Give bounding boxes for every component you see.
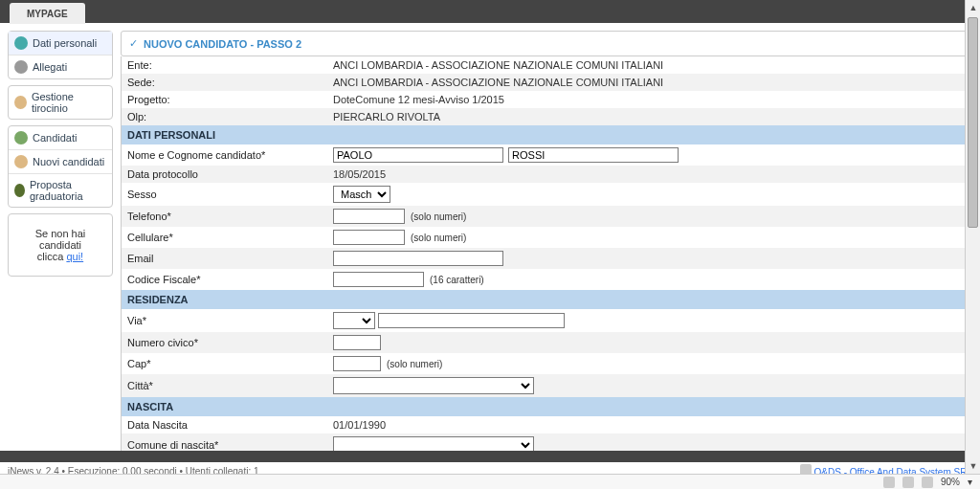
- value-progetto: DoteComune 12 mesi-Avviso 1/2015: [333, 94, 966, 105]
- sidebar-item-proposta-graduatoria[interactable]: Proposta graduatoria: [9, 174, 112, 207]
- chevron-down-icon[interactable]: ▾: [968, 477, 972, 487]
- hint-16car: (16 caratteri): [430, 275, 484, 285]
- title-text: NUOVO CANDIDATO - PASSO 2: [144, 38, 301, 50]
- label-citta: Città*: [127, 380, 333, 391]
- value-data-prot: 18/05/2015: [333, 168, 966, 180]
- label-data-prot: Data protocollo: [127, 168, 333, 180]
- check-icon: [129, 37, 138, 50]
- section-nascita: NASCITA: [122, 397, 971, 416]
- scroll-up-arrow[interactable]: ▲: [966, 0, 980, 15]
- hint-solo-numeri: (solo numeri): [387, 359, 442, 369]
- via-input[interactable]: [378, 313, 565, 328]
- scroll-down-arrow[interactable]: ▼: [966, 458, 980, 474]
- hint-solo-numeri: (solo numeri): [411, 233, 466, 243]
- nome-input[interactable]: [333, 147, 503, 163]
- user-plus-icon: [14, 155, 28, 168]
- section-residenza: RESIDENZA: [122, 290, 971, 309]
- value-data-nascita: 01/01/1990: [333, 419, 966, 431]
- label-sede: Sede:: [127, 77, 333, 88]
- label-ente: Ente:: [127, 59, 333, 71]
- sidebar-item-label: Candidati: [33, 132, 77, 144]
- label-cap: Cap*: [127, 358, 333, 369]
- sidebar-item-label: Gestione tirocinio: [32, 91, 106, 114]
- section-dati-personali: DATI PERSONALI: [122, 125, 971, 144]
- telefono-input[interactable]: [333, 209, 405, 224]
- value-olp: PIERCARLO RIVOLTA: [333, 111, 966, 122]
- cap-input[interactable]: [333, 356, 381, 371]
- label-sesso: Sesso: [127, 189, 333, 200]
- sidebar-item-label: Proposta graduatoria: [30, 179, 106, 202]
- sidebar-item-nuovi-candidati[interactable]: Nuovi candidati: [9, 150, 112, 174]
- sesso-select[interactable]: Maschio: [333, 186, 390, 203]
- user-icon: [14, 36, 28, 50]
- sidebar-item-gestione-tirocinio[interactable]: Gestione tirocinio: [9, 86, 112, 119]
- via-type-select[interactable]: [333, 312, 375, 329]
- value-ente: ANCI LOMBARDIA - ASSOCIAZIONE NAZIONALE …: [333, 59, 966, 71]
- label-via: Via*: [127, 315, 333, 326]
- help-text-2: clicca: [37, 251, 67, 262]
- help-link[interactable]: qui!: [66, 251, 83, 262]
- zoom-level[interactable]: 90%: [941, 477, 960, 487]
- chart-icon: [14, 184, 25, 197]
- browser-status-bar: 90% ▾: [0, 474, 980, 489]
- civico-input[interactable]: [333, 335, 381, 350]
- sidebar-item-label: Dati personali: [33, 37, 97, 49]
- tab-mypage[interactable]: MYPAGE: [10, 3, 85, 24]
- popup-icon: [902, 477, 914, 488]
- sidebar-item-label: Nuovi candidati: [33, 156, 104, 167]
- label-cellulare: Cellulare*: [127, 232, 333, 243]
- vertical-scrollbar[interactable]: ▲ ▼: [965, 0, 980, 474]
- citta-select[interactable]: [333, 377, 534, 394]
- sidebar-item-allegati[interactable]: Allegati: [9, 56, 112, 78]
- label-nome: Nome e Cognome candidato*: [127, 149, 333, 161]
- zone-icon: [922, 477, 933, 488]
- email-input[interactable]: [333, 251, 503, 266]
- cellulare-input[interactable]: [333, 230, 405, 245]
- label-civico: Numero civico*: [127, 337, 333, 348]
- label-telefono: Telefono*: [127, 211, 333, 222]
- label-cf: Codice Fiscale*: [127, 274, 333, 285]
- label-email: Email: [127, 253, 333, 264]
- scrollbar-thumb[interactable]: [968, 17, 978, 228]
- users-icon: [14, 96, 27, 109]
- cognome-input[interactable]: [508, 147, 679, 163]
- label-data-nascita: Data Nascita: [127, 419, 333, 431]
- help-box: Se non hai candidati clicca qui!: [8, 213, 113, 277]
- sidebar-item-dati-personali[interactable]: Dati personali: [9, 32, 112, 56]
- tab-strip: MYPAGE: [0, 0, 980, 23]
- paperclip-icon: [14, 60, 28, 74]
- page-title: NUOVO CANDIDATO - PASSO 2: [121, 31, 972, 56]
- sidebar-item-label: Allegati: [33, 61, 67, 73]
- users-icon: [14, 131, 28, 144]
- cf-input[interactable]: [333, 272, 424, 287]
- label-comune-nascita: Comune di nascita*: [127, 439, 333, 451]
- sidebar-item-candidati[interactable]: Candidati: [9, 126, 112, 150]
- help-text-1: Se non hai candidati: [35, 228, 86, 251]
- label-progetto: Progetto:: [127, 94, 333, 105]
- value-sede: ANCI LOMBARDIA - ASSOCIAZIONE NAZIONALE …: [333, 77, 966, 88]
- hint-solo-numeri: (solo numeri): [411, 211, 466, 222]
- security-icon: [883, 477, 895, 488]
- label-olp: Olp:: [127, 111, 333, 122]
- sidebar: Dati personali Allegati Gestione tirocin…: [8, 31, 113, 277]
